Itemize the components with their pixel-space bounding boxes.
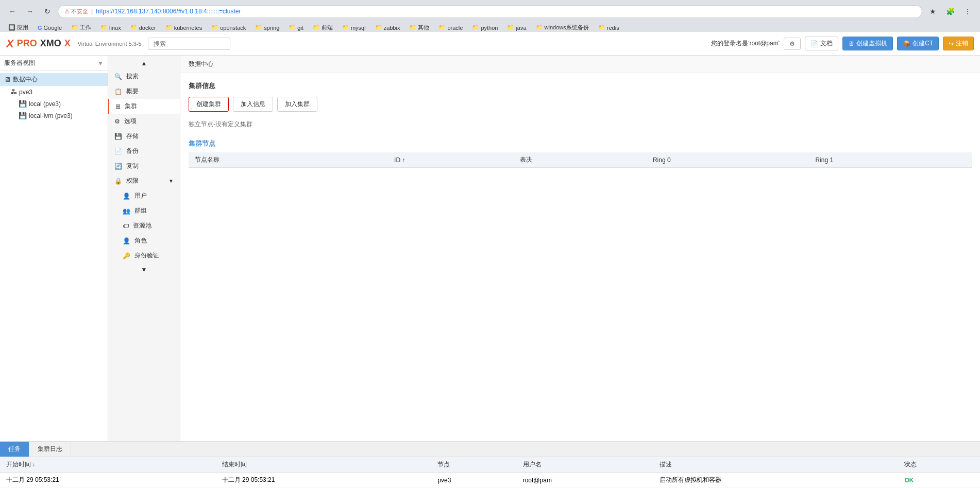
col-username[interactable]: 用户名 xyxy=(517,457,653,473)
nav-item-复制[interactable]: 🔄复制 xyxy=(108,159,180,173)
create-ct-button[interactable]: 📦 创建CT xyxy=(897,37,939,50)
cell-username: root@pam xyxy=(517,473,653,488)
bookmark-item[interactable]: 📁python xyxy=(469,23,501,32)
bookmark-item[interactable]: 📁oracle xyxy=(435,23,466,32)
address-bar[interactable]: ⚠ 不安全 | https://192.168.137.140:8006/#v1… xyxy=(58,5,922,18)
bookmark-item[interactable]: 📁工作 xyxy=(68,23,94,32)
tree-label: local (pve3) xyxy=(29,100,61,108)
nav-item-选项[interactable]: ⚙选项 xyxy=(108,114,180,129)
nav-item-概要[interactable]: 📋概要 xyxy=(108,84,180,99)
nav-item-搜索[interactable]: 🔍搜索 xyxy=(108,69,180,84)
bookmark-icon: G xyxy=(38,25,42,31)
bookmark-item[interactable]: 📁redis xyxy=(595,23,622,32)
bookmark-label: windows系统备份 xyxy=(545,24,589,31)
col-node-id[interactable]: ID ↑ xyxy=(388,152,514,168)
nav-item-身份验证[interactable]: 🔑身份验证 xyxy=(108,248,180,263)
docs-button[interactable]: 📄 文档 xyxy=(805,37,838,50)
sidebar-header: 服务器视图 ▼ xyxy=(0,56,108,71)
nav-item-权限[interactable]: 🔒权限▼ xyxy=(108,173,180,188)
sidebar-item-local (pve3)[interactable]: 💾local (pve3) xyxy=(0,98,108,110)
main-content: 数据中心 集群信息 创建集群 加入信息 加入集群 独立节点-没有定义集群 集群节… xyxy=(180,56,980,474)
bookmark-icon: 📁 xyxy=(255,24,262,31)
nav-label: 资源池 xyxy=(133,221,151,230)
bookmark-label: spring xyxy=(264,25,279,31)
search-input[interactable] xyxy=(148,38,230,50)
bookmark-button[interactable]: ★ xyxy=(925,4,940,19)
bookmark-label: 其他 xyxy=(418,24,429,31)
bookmark-label: 工作 xyxy=(80,24,91,31)
bookmark-item[interactable]: 📁spring xyxy=(252,23,282,32)
nav-up-arrow[interactable]: ▲ xyxy=(108,58,180,69)
bookmark-item[interactable]: 📁docker xyxy=(127,23,159,32)
menu-button[interactable]: ⋮ xyxy=(960,4,975,19)
settings-button[interactable]: ⚙ xyxy=(784,38,801,50)
nodes-table-header: 节点名称 ID ↑ 表决 Ring 0 Ring 1 xyxy=(189,152,972,168)
nav-label: 群组 xyxy=(134,206,147,215)
bookmark-label: redis xyxy=(607,25,619,31)
bookmark-item[interactable]: 📁windows系统备份 xyxy=(533,23,592,32)
table-row[interactable]: 十二月 29 05:53:21 十二月 29 05:53:21 pve3 roo… xyxy=(0,473,980,488)
bookmark-label: java xyxy=(516,25,526,31)
col-start-time[interactable]: 开始时间 ↓ xyxy=(0,457,216,473)
bookmark-label: 应用 xyxy=(17,24,28,31)
bookmark-icon: 📁 xyxy=(211,24,218,31)
main-layout: 服务器视图 ▼ 🖥数据中心🖧pve3💾local (pve3)💾local-lv… xyxy=(0,56,980,474)
tab-集群日志[interactable]: 集群日志 xyxy=(29,442,71,457)
nodes-table: 节点名称 ID ↑ 表决 Ring 0 Ring 1 xyxy=(189,152,972,168)
nav-item-备份[interactable]: 📄备份 xyxy=(108,144,180,159)
create-cluster-button[interactable]: 创建集群 xyxy=(189,97,229,112)
bookmark-label: zabbix xyxy=(384,25,400,31)
bookmark-item[interactable]: 📁kubernetes xyxy=(162,23,205,32)
nav-down-arrow[interactable]: ▼ xyxy=(108,263,180,276)
col-description[interactable]: 描述 xyxy=(653,457,899,473)
nav-icon: 🔒 xyxy=(114,178,122,185)
bookmark-item[interactable]: 📁zabbix xyxy=(372,23,403,32)
tab-任务[interactable]: 任务 xyxy=(0,442,29,457)
col-end-time[interactable]: 结束时间 xyxy=(216,457,432,473)
bookmark-item[interactable]: 📁git xyxy=(285,23,307,32)
sidebar-item-pve3[interactable]: 🖧pve3 xyxy=(0,86,108,98)
sidebar-item-数据中心[interactable]: 🖥数据中心 xyxy=(0,73,108,86)
sidebar-collapse-icon[interactable]: ▼ xyxy=(97,60,104,67)
bookmark-label: kubernetes xyxy=(174,25,202,31)
nav-item-资源池[interactable]: 🏷资源池 xyxy=(108,218,180,233)
tasks-table-body: 十二月 29 05:53:21 十二月 29 05:53:21 pve3 roo… xyxy=(0,473,980,488)
nav-item-用户[interactable]: 👤用户 xyxy=(108,188,180,203)
cell-description: 启动所有虚拟机和容器 xyxy=(653,473,899,488)
bookmark-item[interactable]: 📁linux xyxy=(97,23,124,32)
bookmark-label: python xyxy=(481,25,498,31)
col-status[interactable]: 状态 xyxy=(898,457,980,473)
bookmark-item[interactable]: 📁mysql xyxy=(339,23,369,32)
nav-item-群组[interactable]: 👥群组 xyxy=(108,203,180,218)
nav-item-角色[interactable]: 👤角色 xyxy=(108,233,180,248)
bookmark-label: oracle xyxy=(447,25,463,31)
create-vm-button[interactable]: 🖥 创建虚拟机 xyxy=(842,37,893,50)
nav-label: 存储 xyxy=(126,132,139,141)
join-cluster-button[interactable]: 加入集群 xyxy=(277,97,317,112)
nav-icon: 👤 xyxy=(123,237,130,245)
back-button[interactable]: ← xyxy=(5,4,20,19)
bookmark-item[interactable]: 📁openstack xyxy=(208,23,249,32)
server-view-label: 服务器视图 xyxy=(4,59,35,67)
bookmark-item[interactable]: 📁java xyxy=(504,23,529,32)
logout-button[interactable]: ↪ 注销 xyxy=(943,37,974,50)
logo-x: X xyxy=(6,37,14,50)
sidebar-item-local-lvm (pve3)[interactable]: 💾local-lvm (pve3) xyxy=(0,110,108,121)
reload-button[interactable]: ↻ xyxy=(40,4,55,19)
bookmark-item[interactable]: GGoogle xyxy=(35,24,65,32)
col-node[interactable]: 节点 xyxy=(431,457,516,473)
bookmark-item[interactable]: 📁前端 xyxy=(310,23,336,32)
bookmark-item[interactable]: 📁其他 xyxy=(406,23,432,32)
join-info-button[interactable]: 加入信息 xyxy=(233,97,273,112)
bookmark-item[interactable]: 🔲应用 xyxy=(5,23,31,32)
cluster-info-title: 集群信息 xyxy=(189,81,972,91)
forward-button[interactable]: → xyxy=(23,4,37,19)
app-header: X PROXMOX Virtual Environment 5.3-5 您的登录… xyxy=(0,32,980,56)
chevron-down-icon: ▼ xyxy=(168,178,174,184)
bookmark-icon: 📁 xyxy=(472,24,479,31)
nav-item-集群[interactable]: ⊞集群 xyxy=(108,99,180,114)
nav-item-存储[interactable]: 💾存储 xyxy=(108,129,180,144)
app-version: Virtual Environment 5.3-5 xyxy=(78,41,142,47)
cell-node: pve3 xyxy=(431,473,516,488)
extensions-button[interactable]: 🧩 xyxy=(943,4,957,19)
